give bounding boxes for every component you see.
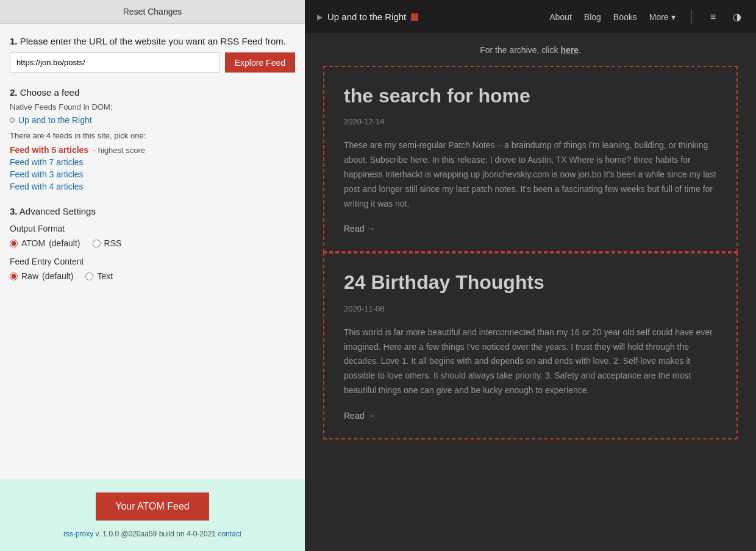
nav-more-dropdown[interactable]: More ▾ xyxy=(649,12,676,22)
article-read-more-2[interactable]: Read → xyxy=(344,411,375,421)
archive-link[interactable]: here xyxy=(560,45,579,55)
rss-label: RSS xyxy=(104,238,122,248)
nav-theme-toggle[interactable]: ◑ xyxy=(730,9,744,25)
list-item: Feed with 4 articles xyxy=(10,182,295,191)
site-nav: ▶ Up and to the Right About Blog Books M… xyxy=(305,0,756,34)
native-feeds-label: Native Feeds Found in DOM: xyxy=(10,102,295,112)
chevron-down-icon: ▾ xyxy=(671,12,676,22)
feed-link-4[interactable]: Feed with 4 articles xyxy=(10,182,84,191)
native-feed-link[interactable]: Up and to the Right xyxy=(18,115,92,125)
atom-radio[interactable] xyxy=(10,240,18,247)
url-input[interactable] xyxy=(10,52,220,73)
article-title-2: 24 Birthday Thoughts xyxy=(344,271,717,294)
article-title-1: the search for home xyxy=(344,84,717,107)
raw-radio[interactable] xyxy=(10,272,18,280)
article-date-2: 2020-11-08 xyxy=(344,304,717,313)
output-format-label: Output Format xyxy=(10,224,295,233)
step3-heading: 3. Advanced Settings xyxy=(10,206,295,216)
rss-option[interactable]: RSS xyxy=(93,238,122,248)
article-read-more-1[interactable]: Read → xyxy=(344,224,375,233)
feed-entry-label: Feed Entry Content xyxy=(10,257,295,266)
step1-heading: 1. Please enter the URL of the website y… xyxy=(10,36,295,46)
rss-radio[interactable] xyxy=(93,240,101,247)
output-format-group: ATOM (default) RSS xyxy=(10,238,295,248)
nav-brand-title: Up and to the Right xyxy=(327,12,406,22)
archive-line: For the archive, click here. xyxy=(305,34,756,66)
nav-more-label: More xyxy=(649,12,669,22)
right-panel: ▶ Up and to the Right About Blog Books M… xyxy=(305,0,756,551)
nav-brand-arrow-icon: ▶ xyxy=(317,13,323,21)
bullet-icon xyxy=(10,118,15,123)
highest-label: - highest score xyxy=(91,146,145,155)
pick-one-label: There are 4 feeds in this site, pick one… xyxy=(10,131,295,140)
text-label: Text xyxy=(97,271,113,281)
step2-heading: 2. Choose a feed xyxy=(10,87,295,98)
nav-blog-link[interactable]: Blog xyxy=(584,10,601,24)
feed-link-3[interactable]: Feed with 3 articles xyxy=(10,169,84,179)
left-content: 1. Please enter the URL of the website y… xyxy=(0,24,305,480)
rss-proxy-link[interactable]: rss-proxy xyxy=(63,530,93,538)
raw-sublabel: (default) xyxy=(42,271,73,281)
version-text: v. 1.0.0 @020aa59 build on 4-0-2021 xyxy=(96,530,216,538)
atom-label: ATOM xyxy=(21,238,45,248)
nav-menu-icon[interactable]: ≡ xyxy=(708,9,718,25)
url-input-row: Explore Feed xyxy=(10,52,295,73)
text-radio[interactable] xyxy=(85,272,93,280)
raw-label: Raw xyxy=(21,271,38,281)
reset-bar: Reset Changes xyxy=(0,0,305,24)
article-card-2: 24 Birthday Thoughts 2020-11-08 This wor… xyxy=(323,252,738,439)
atom-option[interactable]: ATOM (default) xyxy=(10,238,80,248)
list-item: Feed with 5 articles - highest score xyxy=(10,145,295,155)
nav-divider xyxy=(691,10,692,24)
list-item: Feed with 7 articles xyxy=(10,157,295,167)
left-panel: Reset Changes 1. Please enter the URL of… xyxy=(0,0,305,551)
contact-link[interactable]: contact xyxy=(218,530,241,538)
native-feed-link-row: Up and to the Right xyxy=(10,115,295,125)
nav-books-link[interactable]: Books xyxy=(613,10,637,24)
feed-list: Feed with 5 articles - highest score Fee… xyxy=(10,145,295,191)
bottom-bar: Your ATOM Feed rss-proxy v. 1.0.0 @020aa… xyxy=(0,480,305,551)
articles-wrapper: the search for home 2020-12-14 These are… xyxy=(305,66,756,551)
feed-link-7[interactable]: Feed with 7 articles xyxy=(10,157,84,167)
nav-brand: ▶ Up and to the Right xyxy=(317,12,418,22)
article-excerpt-2: This world is far more beautiful and int… xyxy=(344,325,717,398)
explore-feed-button[interactable]: Explore Feed xyxy=(225,52,295,73)
nav-brand-square-icon xyxy=(411,13,418,21)
raw-option[interactable]: Raw (default) xyxy=(10,271,73,281)
article-excerpt-1: These are my semi-regular Patch Notes – … xyxy=(344,138,717,211)
feed-link-5[interactable]: Feed with 5 articles xyxy=(10,145,88,155)
reset-changes-button[interactable]: Reset Changes xyxy=(123,7,182,16)
article-card-1: the search for home 2020-12-14 These are… xyxy=(323,66,738,252)
version-info: rss-proxy v. 1.0.0 @020aa59 build on 4-0… xyxy=(63,530,241,538)
entry-format-group: Raw (default) Text xyxy=(10,271,295,281)
nav-about-link[interactable]: About xyxy=(549,10,572,24)
atom-feed-button[interactable]: Your ATOM Feed xyxy=(96,492,209,521)
atom-sublabel: (default) xyxy=(49,238,80,248)
article-date-1: 2020-12-14 xyxy=(344,117,717,126)
text-option[interactable]: Text xyxy=(85,271,113,281)
list-item: Feed with 3 articles xyxy=(10,169,295,179)
